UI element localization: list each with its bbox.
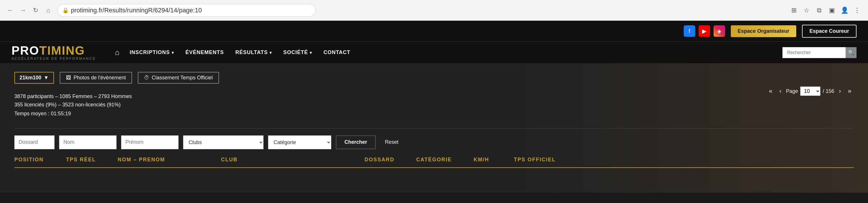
th-club: CLUB: [221, 157, 365, 163]
reload-button[interactable]: ↻: [31, 6, 40, 15]
address-text: protiming.fr/Results/runningR/6294/14/pa…: [71, 7, 202, 14]
nav-item-evenements[interactable]: ÉVÉNEMENTS: [180, 42, 229, 64]
nav-label-societe: SOCIÉTÉ: [283, 49, 308, 55]
prev-page-button[interactable]: ‹: [777, 86, 784, 96]
clubs-select[interactable]: Clubs: [183, 135, 264, 149]
search-filters: Clubs Catégorie Chercher Reset: [14, 128, 854, 149]
inscriptions-dropdown-arrow: ▾: [172, 50, 174, 55]
stats-temps-moyen: Temps moyen : 01:55:19: [14, 111, 854, 117]
dossard-input[interactable]: [14, 135, 55, 149]
chercher-button[interactable]: Chercher: [336, 135, 376, 149]
classement-button[interactable]: ⏱ Classement Temps Officiel: [138, 72, 219, 84]
th-nom-prenom: NOM – PRENOM: [118, 157, 221, 163]
nav-label-inscriptions: INSCRIPTIONS: [130, 49, 170, 55]
th-position: POSITION: [14, 157, 66, 163]
social-icons: f ▶ ◈: [684, 25, 725, 37]
search-input[interactable]: [782, 47, 846, 58]
translate-icon[interactable]: ⊞: [789, 5, 799, 16]
nav-links: INSCRIPTIONS ▾ ÉVÉNEMENTS RÉSULTATS ▾ SO…: [124, 42, 782, 64]
categorie-select[interactable]: Catégorie: [268, 135, 331, 149]
distance-dropdown[interactable]: 21km100 ▼: [14, 72, 54, 84]
page-label: Page: [786, 88, 798, 94]
nav-search: 🔍: [782, 47, 857, 58]
youtube-icon[interactable]: ▶: [699, 25, 710, 37]
last-page-button[interactable]: »: [846, 86, 854, 96]
prenom-input[interactable]: [121, 135, 179, 149]
espace-coureur-button[interactable]: Espace Coureur: [802, 25, 857, 38]
temps-moyen-label: Temps moyen :: [14, 111, 50, 117]
photos-button[interactable]: 🖼 Photos de l'évènement: [60, 72, 132, 84]
th-tps-reel: TPS RÉEL: [66, 157, 118, 163]
page-container: f ▶ ◈ Espace Organisateur Espace Coureur…: [0, 21, 868, 193]
temps-moyen-value: 01:55:19: [51, 111, 71, 117]
th-kmh: KM/H: [474, 157, 514, 163]
lock-icon: 🔒: [62, 7, 69, 14]
browser-chrome: ← → ↻ ⌂ 🔒 protiming.fr/Results/runningR/…: [0, 0, 868, 21]
next-page-button[interactable]: ›: [836, 86, 843, 96]
page-select[interactable]: 10: [800, 86, 820, 96]
facebook-icon[interactable]: f: [684, 25, 695, 37]
content-area: 21km100 ▼ 🖼 Photos de l'évènement ⏱ Clas…: [0, 63, 868, 193]
photos-icon: 🖼: [66, 75, 71, 81]
top-bar: f ▶ ◈ Espace Organisateur Espace Coureur: [0, 21, 868, 42]
first-page-button[interactable]: «: [767, 86, 775, 96]
stats-participants: 3878 participants – 1085 Femmes – 2793 H…: [14, 92, 854, 101]
forward-button[interactable]: →: [19, 6, 28, 15]
reset-button[interactable]: Reset: [380, 135, 403, 149]
classement-icon: ⏱: [144, 75, 149, 81]
espace-organisateur-button[interactable]: Espace Organisateur: [731, 25, 796, 37]
nav-item-inscriptions[interactable]: INSCRIPTIONS ▾: [124, 42, 180, 64]
stats-licencies: 355 licenciés (9%) – 3523 non-licenciés …: [14, 101, 854, 109]
extensions-icon[interactable]: ⧉: [814, 5, 825, 16]
back-button[interactable]: ←: [6, 6, 15, 15]
nav-item-societe[interactable]: SOCIÉTÉ ▾: [278, 42, 318, 64]
menu-icon[interactable]: ⋮: [852, 5, 862, 16]
nav-home-icon[interactable]: ⌂: [110, 48, 124, 57]
tab-icon[interactable]: ▣: [827, 5, 837, 16]
page-total: / 156: [823, 88, 834, 94]
th-categorie: CATÉGORIE: [416, 157, 474, 163]
nav-item-contact[interactable]: CONTACT: [318, 42, 356, 64]
distance-dropdown-arrow: ▼: [43, 75, 49, 81]
search-button[interactable]: 🔍: [846, 47, 857, 58]
th-dossard: DOSSARD: [365, 157, 416, 163]
resultats-dropdown-arrow: ▾: [270, 50, 272, 55]
profile-icon[interactable]: 👤: [839, 5, 849, 16]
classement-label: Classement Temps Officiel: [152, 75, 212, 81]
stats-area: 3878 participants – 1085 Femmes – 2793 H…: [14, 92, 854, 117]
bookmark-icon[interactable]: ☆: [801, 5, 812, 16]
pagination-area: « ‹ Page 10 / 156 › »: [767, 86, 854, 96]
address-bar[interactable]: 🔒 protiming.fr/Results/runningR/6294/14/…: [57, 4, 316, 17]
filter-bar: 21km100 ▼ 🖼 Photos de l'évènement ⏱ Clas…: [14, 72, 854, 84]
distance-label: 21km100: [20, 75, 41, 81]
nav-label-contact: CONTACT: [323, 49, 350, 55]
home-button[interactable]: ⌂: [43, 6, 53, 15]
table-header: POSITION TPS RÉEL NOM – PRENOM CLUB DOSS…: [14, 152, 854, 168]
photos-label: Photos de l'évènement: [73, 75, 126, 81]
nom-input[interactable]: [59, 135, 117, 149]
logo-pro: PRO: [11, 44, 39, 57]
societe-dropdown-arrow: ▾: [310, 50, 312, 55]
logo-timing: TIMING: [39, 44, 85, 57]
nav-label-resultats: RÉSULTATS: [236, 49, 268, 55]
navbar: PROTIMING ACCÉLÉRATEUR DE PERFORMANCE ⌂ …: [0, 42, 868, 63]
logo[interactable]: PROTIMING ACCÉLÉRATEUR DE PERFORMANCE: [11, 45, 96, 61]
th-tps-officiel: TPS OFFICIEL: [514, 157, 556, 163]
logo-subtitle: ACCÉLÉRATEUR DE PERFORMANCE: [11, 57, 96, 61]
nav-label-evenements: ÉVÉNEMENTS: [185, 49, 224, 55]
nav-item-resultats[interactable]: RÉSULTATS ▾: [229, 42, 278, 64]
instagram-icon[interactable]: ◈: [714, 25, 725, 37]
